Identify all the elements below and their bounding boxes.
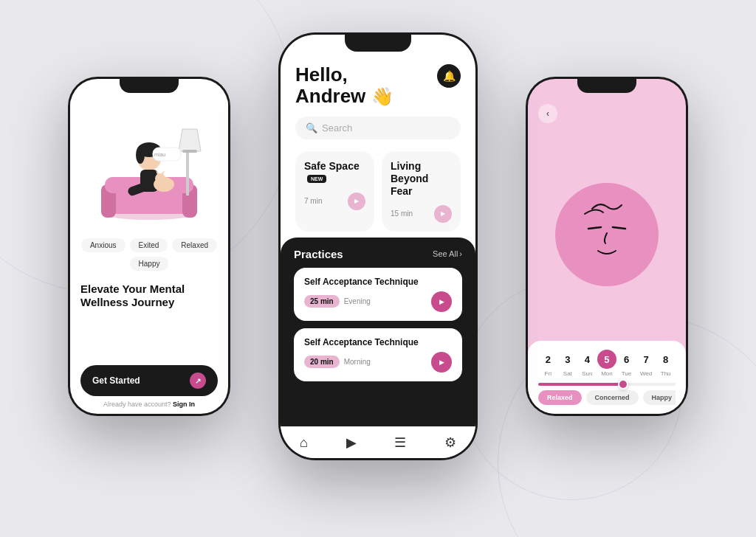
- cal-day-5-num: 5: [597, 350, 616, 369]
- nav-settings-icon[interactable]: ⚙: [444, 434, 456, 451]
- card-living-beyond-fear[interactable]: Living Beyond Fear 15 min ▶: [382, 151, 461, 231]
- cal-day-7-label: Wed: [640, 370, 652, 377]
- nav-list-icon[interactable]: ☰: [394, 434, 406, 451]
- practice-item-2[interactable]: Self Acceptance Technique 20 min Morning…: [294, 328, 462, 381]
- practice2-meta: 20 min Morning ▶: [304, 352, 452, 373]
- right-header: ‹: [528, 100, 686, 128]
- center-header: Hello, Andrew 👋 🔔: [281, 58, 475, 111]
- slider-fill: [538, 383, 621, 386]
- card1-meta: 7 min ▶: [304, 193, 365, 210]
- practice2-meta-left: 20 min Morning: [304, 356, 371, 368]
- practice2-title: Self Acceptance Technique: [304, 337, 452, 347]
- practice1-meta-left: 25 min Evening: [304, 295, 371, 308]
- cal-day-3-label: Sat: [563, 370, 572, 377]
- face-illustration: [563, 190, 651, 279]
- practice2-duration: 20 min: [304, 356, 340, 368]
- nav-play-icon[interactable]: ▶: [346, 434, 357, 451]
- practice1-title: Self Acceptance Technique: [304, 277, 452, 287]
- left-illustration: miau: [70, 100, 228, 232]
- search-icon: 🔍: [306, 122, 317, 134]
- greeting-emoji: 👋: [371, 86, 394, 106]
- practices-section: Practices See All › Self Acceptance Tech…: [281, 238, 475, 426]
- phone-center: Hello, Andrew 👋 🔔 🔍 Search: [278, 32, 478, 460]
- slider-track: [538, 383, 676, 386]
- progress-slider[interactable]: [538, 383, 676, 386]
- cal-day-8-label: Thu: [661, 370, 671, 377]
- cal-day-thu[interactable]: 8 Thu: [656, 350, 676, 377]
- cards-row: Safe Space NEW 7 min ▶ Living Beyond Fea…: [281, 145, 475, 237]
- search-bar[interactable]: 🔍 Search: [295, 117, 461, 139]
- practices-header: Practices See All ›: [294, 248, 462, 260]
- card-safe-space[interactable]: Safe Space NEW 7 min ▶: [295, 151, 374, 231]
- cal-day-8-num: 8: [656, 350, 676, 369]
- bottom-nav: ⌂ ▶ ☰ ⚙: [281, 426, 475, 458]
- arrow-icon: ↗: [190, 373, 206, 389]
- svg-point-14: [155, 173, 165, 184]
- svg-text:miau: miau: [154, 152, 165, 157]
- cal-day-7-num: 7: [636, 350, 656, 369]
- svg-point-10: [136, 146, 145, 164]
- phones-container: miau Anxious Exited Relaxed Happy Elevat…: [46, 18, 710, 519]
- cal-day-2-label: Fri: [545, 370, 551, 377]
- practices-title: Practices: [294, 248, 343, 260]
- sign-in-link[interactable]: Sign In: [173, 401, 195, 408]
- get-started-button[interactable]: Get Started ↗: [80, 365, 218, 396]
- cal-day-mon[interactable]: 5 Mon: [597, 350, 616, 377]
- center-phone-notch: [345, 32, 411, 52]
- mood-pill-concerned[interactable]: Concerned: [586, 390, 639, 405]
- slider-thumb[interactable]: [618, 379, 628, 389]
- mood-pill-relaxed[interactable]: Relaxed: [538, 390, 582, 405]
- left-phone-notch: [120, 77, 179, 93]
- cal-day-6-num: 6: [617, 350, 636, 369]
- cal-day-tue[interactable]: 6 Tue: [617, 350, 636, 377]
- svg-line-20: [613, 227, 625, 229]
- svg-rect-7: [182, 150, 197, 153]
- cal-day-sat[interactable]: 3 Sat: [558, 350, 577, 377]
- cal-day-wed[interactable]: 7 Wed: [636, 350, 656, 377]
- practice-item-1[interactable]: Self Acceptance Technique 25 min Evening…: [294, 268, 462, 321]
- cal-day-3-num: 3: [558, 350, 577, 369]
- practice1-play-button[interactable]: ▶: [431, 291, 452, 312]
- cal-day-sun[interactable]: 4 Sun: [577, 350, 597, 377]
- card2-title: Living Beyond Fear: [391, 160, 452, 197]
- cal-day-4-num: 4: [577, 350, 597, 369]
- cal-day-4-label: Sun: [582, 370, 592, 377]
- nav-home-icon[interactable]: ⌂: [300, 435, 308, 451]
- right-phone-screen: ‹: [528, 79, 686, 414]
- left-title: Elevate Your Mental Wellness Journey: [80, 283, 218, 309]
- sign-in-text: Already have account? Sign In: [80, 401, 218, 408]
- mood-anxious[interactable]: Anxious: [81, 238, 126, 252]
- face-area: [528, 128, 686, 341]
- see-all-button[interactable]: See All ›: [433, 249, 462, 258]
- practice2-time: Morning: [344, 358, 371, 366]
- card1-duration: 7 min: [304, 197, 322, 205]
- cal-day-2-num: 2: [538, 350, 557, 369]
- phone-right: ‹: [526, 77, 688, 416]
- cal-day-6-label: Tue: [622, 370, 632, 377]
- center-phone-screen: Hello, Andrew 👋 🔔 🔍 Search: [281, 35, 475, 458]
- greeting-line2: Andrew 👋: [295, 86, 394, 107]
- mood-tags: Anxious Exited Relaxed Happy: [70, 232, 228, 277]
- phone-left: miau Anxious Exited Relaxed Happy Elevat…: [68, 77, 230, 416]
- card1-badge: NEW: [307, 175, 326, 183]
- search-placeholder: Search: [322, 122, 352, 134]
- right-phone-notch: [577, 77, 636, 93]
- card1-title: Safe Space NEW: [304, 160, 365, 185]
- practice2-play-button[interactable]: ▶: [431, 352, 452, 373]
- back-button[interactable]: ‹: [538, 104, 557, 123]
- mood-happy[interactable]: Happy: [130, 257, 169, 271]
- mood-pill-happy[interactable]: Happy: [643, 390, 676, 405]
- mood-relaxed[interactable]: Relaxed: [172, 238, 217, 252]
- notification-button[interactable]: 🔔: [437, 64, 461, 88]
- practice1-time: Evening: [344, 297, 371, 305]
- svg-line-19: [588, 227, 601, 229]
- left-phone-screen: miau Anxious Exited Relaxed Happy Elevat…: [70, 79, 228, 414]
- cal-day-5-label: Mon: [601, 370, 613, 377]
- mood-exited[interactable]: Exited: [130, 238, 168, 252]
- card2-play-button[interactable]: ▶: [434, 205, 452, 223]
- cal-day-fri[interactable]: 2 Fri: [538, 350, 557, 377]
- svg-marker-16: [161, 170, 165, 175]
- calendar-section: 2 Fri 3 Sat 4 Sun 5 Mon: [528, 341, 686, 414]
- card1-play-button[interactable]: ▶: [348, 193, 365, 210]
- left-content: Elevate Your Mental Wellness Journey Get…: [70, 277, 228, 414]
